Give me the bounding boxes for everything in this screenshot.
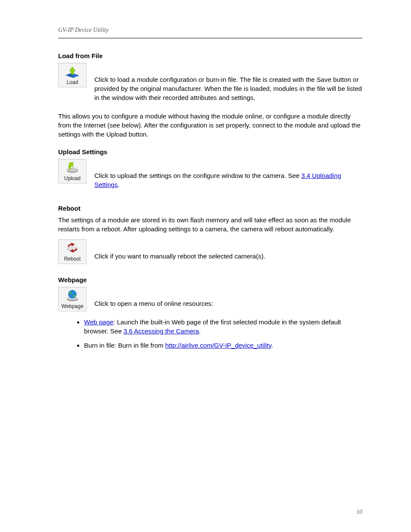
load-button[interactable]: Load [58,63,87,88]
webpage-button[interactable]: Webpage [58,287,87,312]
webpage-icon [65,289,80,302]
bullet-burnin: Burn in file: Burn in file from http://a… [84,341,362,350]
reboot-button[interactable]: Reboot [58,240,87,264]
reboot-button-label: Reboot [64,256,81,262]
reboot-para2: Click if you want to manually reboot the… [94,252,362,261]
reboot-para1: The settings of a module are stored in i… [58,215,362,233]
load-para1: Click to load a module configuration or … [94,75,362,102]
heading-upload: Upload Settings [58,147,362,156]
bullet-webpage: Web page: Launch the built-in Web page o… [84,317,362,336]
load-button-label: Load [67,79,78,85]
page-footer: 10 [58,508,362,516]
webpage-para: Click to open a menu of online resources… [94,299,362,308]
heading-load: Load from File [58,51,362,60]
svg-point-9 [68,290,77,299]
bullet-burnin-link[interactable]: http://airlive.com/GV-IP_device_utility [165,342,271,349]
load-para2: This allows you to configure a module wi… [58,112,362,139]
webpage-bullets: Web page: Launch the built-in Web page o… [58,317,362,350]
upload-button[interactable]: Upload [58,159,87,184]
heading-webpage: Webpage [58,275,362,284]
upload-para: Click to upload the settings on the conf… [94,171,362,189]
upload-icon [65,161,80,174]
reboot-icon [65,242,80,255]
webpage-button-label: Webpage [61,303,83,309]
footer-right: 10 [356,508,362,516]
page-header: GV-IP Device Utility [58,26,362,34]
heading-reboot: Reboot [58,204,362,213]
upload-button-label: Upload [64,175,81,181]
bullet-webpage-link[interactable]: Web page [84,318,113,326]
load-icon [65,65,80,78]
svg-point-4 [67,168,78,172]
header-rule [58,38,362,38]
bullet-webpage-link2[interactable]: 3.6 Accessing the Camera [124,327,199,335]
header-left: GV-IP Device Utility [58,26,109,34]
